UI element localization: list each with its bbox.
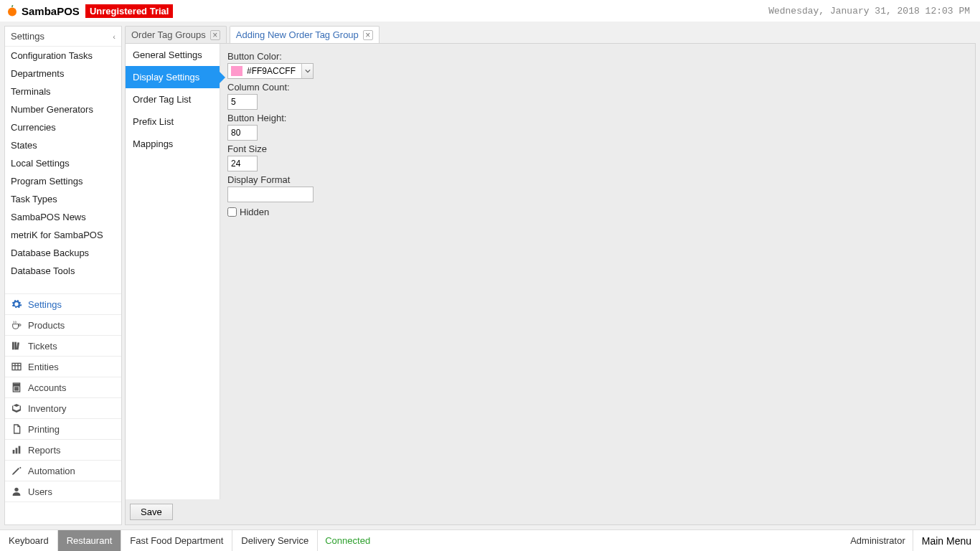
module-label: Users	[28, 486, 52, 497]
box-icon	[11, 402, 22, 414]
module-label: Tickets	[28, 341, 57, 352]
gear-icon	[11, 298, 22, 310]
calculator-icon	[11, 382, 22, 393]
bottom-delivery[interactable]: Delivery Service	[232, 530, 318, 551]
button-color-input[interactable]	[245, 65, 301, 77]
sidebar-item[interactable]: Currencies	[5, 118, 121, 136]
user-icon	[11, 486, 22, 497]
svg-rect-2	[14, 342, 17, 350]
trial-badge: Unregistered Trial	[85, 4, 174, 18]
subtab-mappings[interactable]: Mappings	[126, 133, 220, 155]
svg-rect-17	[16, 448, 18, 453]
settings-list: Configuration Tasks Departments Terminal…	[5, 47, 121, 280]
sidebar-item[interactable]: Database Backups	[5, 244, 121, 262]
display-format-input[interactable]	[227, 187, 314, 202]
module-inventory[interactable]: Inventory	[5, 398, 121, 419]
bars-icon	[11, 444, 22, 456]
sidebar-item[interactable]: SambaPOS News	[5, 208, 121, 226]
close-icon[interactable]: ×	[210, 30, 220, 40]
svg-point-11	[16, 387, 17, 388]
save-button[interactable]: Save	[130, 504, 173, 520]
collapse-icon[interactable]: ‹	[113, 32, 116, 41]
font-size-input[interactable]	[227, 156, 258, 171]
tab-row: Order Tag Groups × Adding New Order Tag …	[125, 26, 976, 43]
module-tickets[interactable]: Tickets	[5, 336, 121, 357]
svg-point-19	[14, 488, 18, 491]
current-user: Administrator	[843, 530, 913, 551]
module-printing[interactable]: Printing	[5, 419, 121, 440]
subtab-prefix-list[interactable]: Prefix List	[126, 110, 220, 133]
chevron-down-icon[interactable]	[301, 64, 313, 78]
brand: SambaPOS Unregistered Trial	[6, 4, 173, 18]
font-size-label: Font Size	[227, 143, 968, 154]
svg-point-15	[17, 390, 18, 390]
sub-sidebar: General Settings Display Settings Order …	[126, 44, 220, 499]
module-reports[interactable]: Reports	[5, 440, 121, 461]
pencil-icon	[11, 465, 22, 476]
sidebar-item[interactable]: Terminals	[5, 83, 121, 100]
module-label: Inventory	[28, 403, 66, 414]
topbar: SambaPOS Unregistered Trial Wednesday, J…	[0, 0, 980, 22]
module-users[interactable]: Users	[5, 481, 121, 502]
display-settings-form: Button Color: Column Count:	[220, 44, 975, 499]
sidebar-item[interactable]: Program Settings	[5, 172, 121, 190]
svg-rect-18	[19, 446, 21, 454]
bottom-restaurant[interactable]: Restaurant	[58, 530, 122, 551]
sidebar-item[interactable]: Departments	[5, 65, 121, 83]
sidebar-item[interactable]: Configuration Tasks	[5, 47, 121, 65]
button-height-label: Button Height:	[227, 113, 968, 123]
svg-point-10	[14, 387, 15, 388]
module-entities[interactable]: Entities	[5, 357, 121, 377]
logo-icon	[6, 4, 19, 17]
svg-point-0	[8, 8, 17, 17]
close-icon[interactable]: ×	[363, 30, 373, 40]
button-height-input[interactable]	[227, 125, 258, 141]
module-accounts[interactable]: Accounts	[5, 377, 121, 398]
color-swatch	[231, 66, 242, 76]
sidebar-header[interactable]: Settings ‹	[5, 27, 121, 47]
hidden-label[interactable]: Hidden	[240, 207, 269, 217]
page-icon	[11, 423, 22, 435]
svg-rect-16	[13, 450, 15, 453]
tab-order-tag-groups[interactable]: Order Tag Groups ×	[125, 26, 227, 43]
tab-label: Order Tag Groups	[131, 29, 206, 40]
module-label: Reports	[28, 445, 61, 456]
hidden-checkbox[interactable]	[227, 207, 237, 217]
module-label: Accounts	[28, 382, 66, 393]
sidebar-item[interactable]: Database Tools	[5, 262, 121, 280]
svg-rect-9	[14, 384, 19, 386]
tab-adding-new-order-tag-group[interactable]: Adding New Order Tag Group ×	[230, 26, 380, 43]
bottom-keyboard[interactable]: Keyboard	[0, 530, 58, 551]
svg-point-14	[16, 390, 17, 390]
sidebar-title: Settings	[11, 31, 44, 42]
sidebar-item[interactable]: Task Types	[5, 190, 121, 208]
module-label: Products	[28, 320, 65, 331]
coffee-icon	[11, 319, 22, 331]
sidebar: Settings ‹ Configuration Tasks Departmen…	[4, 26, 122, 525]
bottom-bar: Keyboard Restaurant Fast Food Department…	[0, 529, 980, 551]
main-menu-button[interactable]: Main Menu	[913, 530, 980, 551]
svg-point-12	[17, 387, 18, 388]
sidebar-item[interactable]: metriK for SambaPOS	[5, 226, 121, 244]
module-products[interactable]: Products	[5, 315, 121, 336]
svg-point-13	[14, 390, 15, 390]
column-count-input[interactable]	[227, 94, 258, 110]
brand-name: SambaPOS	[22, 5, 80, 17]
module-label: Printing	[28, 424, 60, 435]
subtab-display-settings[interactable]: Display Settings	[126, 66, 220, 88]
button-color-label: Button Color:	[227, 51, 968, 62]
editor-panel: General Settings Display Settings Order …	[125, 43, 976, 525]
sidebar-item[interactable]: States	[5, 136, 121, 154]
module-settings[interactable]: Settings	[5, 294, 121, 315]
subtab-order-tag-list[interactable]: Order Tag List	[126, 88, 220, 110]
sidebar-item[interactable]: Number Generators	[5, 100, 121, 118]
module-list: Settings Products Tickets Entities Accou…	[5, 294, 121, 524]
subtab-general-settings[interactable]: General Settings	[126, 44, 220, 66]
svg-rect-4	[12, 363, 21, 369]
module-automation[interactable]: Automation	[5, 461, 121, 481]
button-color-combo[interactable]	[227, 63, 314, 79]
datetime-label: Wednesday, January 31, 2018 12:03 PM	[768, 6, 974, 17]
column-count-label: Column Count:	[227, 82, 968, 93]
bottom-fast-food[interactable]: Fast Food Department	[121, 530, 232, 551]
sidebar-item[interactable]: Local Settings	[5, 154, 121, 172]
